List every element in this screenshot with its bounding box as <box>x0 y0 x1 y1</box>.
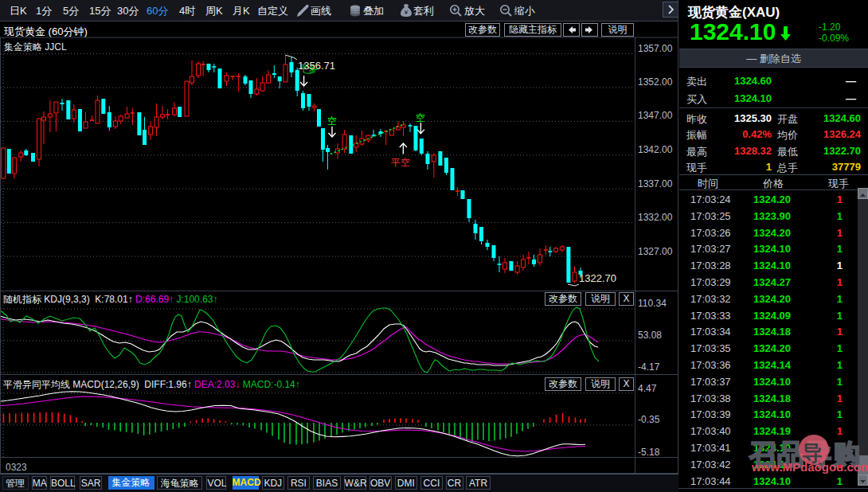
svg-text:4.47: 4.47 <box>638 383 657 394</box>
svg-text:平空: 平空 <box>391 157 410 168</box>
svg-text:1327.00: 1327.00 <box>638 246 673 257</box>
svg-text:1337.00: 1337.00 <box>638 178 673 189</box>
svg-text:空: 空 <box>416 112 425 123</box>
svg-text:1352.00: 1352.00 <box>638 76 673 88</box>
svg-text:-5.18: -5.18 <box>638 447 660 458</box>
svg-text:-0.35: -0.35 <box>638 414 660 425</box>
svg-text:1356.71: 1356.71 <box>298 60 335 72</box>
svg-text:-4.17: -4.17 <box>638 361 660 373</box>
svg-text:1322.70: 1322.70 <box>579 272 616 284</box>
svg-text:1332.00: 1332.00 <box>638 212 673 223</box>
svg-text:空: 空 <box>327 115 337 127</box>
svg-text:1347.00: 1347.00 <box>638 110 673 121</box>
svg-text:53.08: 53.08 <box>638 330 662 341</box>
svg-text:1357.00: 1357.00 <box>638 43 673 54</box>
svg-text:1342.00: 1342.00 <box>638 144 673 155</box>
svg-text:110.34: 110.34 <box>638 298 667 309</box>
